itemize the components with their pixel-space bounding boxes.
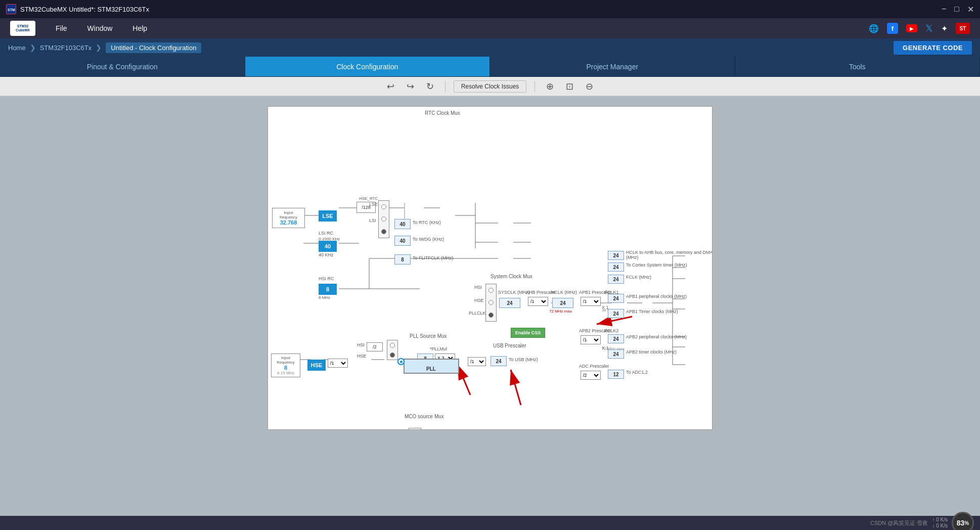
breadcrumb-current: Untitled - Clock Configuration	[106, 42, 201, 53]
flitfclk-box[interactable]: 8	[394, 254, 411, 264]
iwdg-out-box[interactable]: 40	[394, 236, 411, 246]
pclk2-label: PCLK2	[604, 328, 619, 333]
input-freq-val-1[interactable]: 32.768	[275, 219, 302, 226]
pll-output-dot	[397, 358, 405, 365]
breadcrumb-home[interactable]: Home	[8, 44, 26, 52]
sysclk-mux-pll[interactable]	[488, 313, 494, 318]
sysclk-hsi-label: HSI	[474, 285, 482, 290]
apb2-timer-out[interactable]: 24	[608, 349, 624, 359]
flitfclk-label: To FLITFCLK (MHz)	[413, 255, 454, 260]
pll-div2-box[interactable]: /2	[367, 342, 383, 351]
diagram-lines	[268, 107, 712, 429]
adc-out[interactable]: 12	[608, 370, 624, 379]
usb-label: To USB (MHz)	[509, 357, 538, 362]
hsi-val-box[interactable]: 8	[319, 284, 337, 295]
hclk-box[interactable]: 24	[552, 298, 573, 308]
sysclk-mux[interactable]	[485, 284, 497, 322]
hclk-ahb-out[interactable]: 24	[608, 251, 624, 260]
lsi-label: LSI	[369, 218, 376, 223]
speed-text: ↑ 0 K/s ↓ 0 K/s	[932, 517, 948, 529]
sysclk-mux-hsi[interactable]	[488, 288, 494, 293]
globe-icon[interactable]: 🌐	[869, 24, 879, 33]
menu-bar: STM32CubeMX File Window Help 🌐 f ▶ 𝕏 ✦ S…	[0, 18, 980, 38]
menu-help[interactable]: Help	[132, 24, 147, 32]
rtc-mux-block[interactable]	[378, 200, 389, 238]
sysclk-box[interactable]: 24	[499, 298, 520, 308]
menu-window[interactable]: Window	[87, 24, 113, 32]
rtc-out-box[interactable]: 40	[394, 219, 411, 229]
network-icon[interactable]: ✦	[941, 24, 948, 33]
lse-box[interactable]: LSE	[319, 210, 337, 222]
pll-source-label: PLL Source Mux	[410, 333, 447, 339]
hclk-max-label: 72 MHz max	[549, 309, 572, 314]
apb1-timer-out[interactable]: 24	[608, 309, 624, 318]
title-bar: STM STM32CubeMX Untitled*: STM32F103C6Tx…	[0, 0, 980, 18]
title-bar-text: STM32CubeMX Untitled*: STM32F103C6Tx	[20, 6, 149, 13]
close-button[interactable]: ✕	[967, 5, 974, 14]
fit-button[interactable]: ⊡	[563, 80, 576, 93]
ahb-select[interactable]: /1/2/4	[528, 297, 548, 306]
undo-button[interactable]: ↩	[384, 80, 397, 93]
mco-mux[interactable]	[409, 428, 421, 430]
tab-clock[interactable]: Clock Configuration	[245, 57, 491, 76]
input-freq-val-2[interactable]: 8	[273, 365, 298, 371]
adc-prescaler-label: ADC Prescaler	[579, 364, 609, 369]
pll-hsi-radio[interactable]	[390, 343, 395, 348]
cortex-label: To Cortex System timer (MHz)	[626, 262, 712, 268]
facebook-icon[interactable]: f	[887, 23, 898, 34]
hse-div1-select[interactable]: /1/2	[328, 359, 348, 368]
tab-pinout[interactable]: Pinout & Configuration	[0, 57, 245, 76]
enable-css-button[interactable]: Enable CSS	[511, 328, 545, 338]
clock-diagram[interactable]: RTC Clock Mux System Clock Mux PLL Sourc…	[268, 106, 712, 430]
twitter-icon[interactable]: 𝕏	[925, 23, 933, 34]
toolbar-separator	[445, 81, 446, 92]
cortex-out[interactable]: 24	[608, 262, 624, 272]
apb2-periph-out[interactable]: 24	[608, 334, 624, 343]
rtc-mux-radio-3[interactable]	[381, 229, 386, 234]
pll-hse-mux-label: HSE	[357, 354, 367, 359]
apb1-periph-out[interactable]: 24	[608, 294, 624, 303]
pll-hse-radio[interactable]	[390, 352, 395, 358]
pll-hsi-mux-label: HSI	[357, 342, 365, 347]
rtc-mux-radio-2[interactable]	[381, 216, 386, 222]
generate-code-button[interactable]: GENERATE CODE	[894, 41, 972, 55]
mco-source-label: MCO source Mux	[405, 414, 444, 419]
youtube-icon[interactable]: ▶	[906, 24, 917, 32]
mco-pllclk-label: PLLCLK	[393, 428, 411, 430]
zoom-in-button[interactable]: ⊕	[543, 80, 557, 93]
status-source: CSDN @风笑见证·雪夜	[870, 519, 928, 527]
input-freq-label-1: Input frequency	[275, 210, 302, 219]
svg-line-40	[511, 370, 521, 405]
hse-main-box[interactable]: HSE	[307, 360, 326, 371]
minimize-button[interactable]: −	[942, 5, 946, 14]
rtc-mux-radio-1[interactable]	[381, 204, 386, 209]
refresh-button[interactable]: ↻	[423, 80, 437, 93]
tab-tools[interactable]: Tools	[735, 57, 981, 76]
breadcrumb-sep-1: ❯	[30, 43, 36, 52]
hse-rtc-label: HSE_RTC	[359, 196, 378, 201]
fclk-out[interactable]: 24	[608, 275, 624, 284]
apb2-select[interactable]: /1/2/4	[581, 335, 601, 344]
apb1-select[interactable]: /1/2/4	[581, 297, 601, 306]
sysclk-mux-hse[interactable]	[488, 300, 494, 305]
lsi-val-box[interactable]: 40	[319, 241, 337, 252]
adc-select[interactable]: /2/4/6/8	[581, 371, 601, 380]
redo-button[interactable]: ↪	[404, 80, 417, 93]
status-bar: CSDN @风笑见证·雪夜 ↑ 0 K/s ↓ 0 K/s 83%	[0, 516, 980, 530]
maximize-button[interactable]: □	[954, 5, 959, 14]
sysclk-pllclk-label: PLLCLK	[469, 311, 486, 316]
st-logo: ST	[956, 23, 970, 34]
zoom-out-button[interactable]: ⊖	[583, 80, 596, 93]
tab-project[interactable]: Project Manager	[490, 57, 735, 76]
pll-source-mux[interactable]	[387, 340, 398, 360]
adc-out-label: To ADC1,2	[626, 370, 648, 375]
system-mux-label: System Clock Mux	[491, 274, 532, 279]
hclk-label: HCLK (MHz)	[551, 290, 577, 295]
usb-div-select[interactable]: /1/1.5	[468, 357, 486, 366]
menu-file[interactable]: File	[56, 24, 67, 32]
usb-out[interactable]: 24	[491, 356, 507, 366]
breadcrumb-chip[interactable]: STM32F103C6Tx	[40, 44, 92, 52]
sysclk-hse-label: HSE	[474, 298, 484, 303]
svg-text:STM: STM	[8, 8, 15, 12]
resolve-clock-button[interactable]: Resolve Clock Issues	[454, 80, 527, 93]
